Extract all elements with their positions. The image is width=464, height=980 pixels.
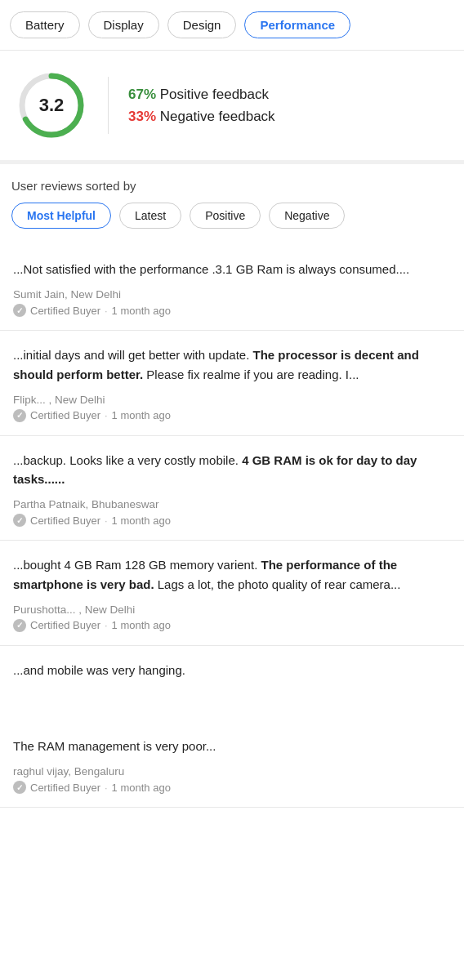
reviews-list: ...Not satisfied with the performance .3… (0, 245, 464, 808)
sort-pill-positive[interactable]: Positive (190, 203, 261, 229)
sort-label: User reviews sorted by (11, 179, 453, 193)
reviewer-meta: ✓Certified Buyer·1 month ago (13, 781, 451, 794)
rating-circle: 3.2 (15, 69, 88, 142)
sort-pills: Most HelpfulLatestPositiveNegative (11, 203, 453, 229)
certified-label: Certified Buyer (30, 305, 100, 317)
negative-feedback: 33% Negative feedback (128, 109, 275, 125)
reviewer-meta: ✓Certified Buyer·1 month ago (13, 304, 451, 317)
review-time: 1 month ago (112, 305, 171, 317)
certified-label: Certified Buyer (30, 409, 100, 421)
review-item: ...backup. Looks like a very costly mobi… (0, 436, 464, 541)
negative-pct: 33% (128, 109, 156, 124)
review-item: ...bought 4 GB Ram 128 GB memory varient… (0, 541, 464, 646)
sort-pill-negative[interactable]: Negative (269, 203, 345, 229)
certified-icon: ✓ (13, 781, 26, 794)
sort-section: User reviews sorted by Most HelpfulLates… (0, 164, 464, 237)
positive-label: Positive feedback (160, 87, 269, 102)
dot-separator: · (105, 619, 108, 631)
tab-battery[interactable]: Battery (10, 11, 80, 38)
certified-label: Certified Buyer (30, 619, 100, 631)
review-text: ...initial days and will get better with… (13, 345, 451, 384)
reviewer-name: Flipk... , New Delhi (13, 394, 451, 406)
reviewer-name: Partha Patnaik, Bhubaneswar (13, 498, 451, 510)
reviewer-meta: ✓Certified Buyer·1 month ago (13, 619, 451, 632)
review-time: 1 month ago (112, 409, 171, 421)
reviewer-meta: ✓Certified Buyer·1 month ago (13, 409, 451, 422)
positive-feedback: 67% Positive feedback (128, 87, 275, 103)
reviewer-name: raghul vijay, Bengaluru (13, 765, 451, 777)
reviewer-name: Sumit Jain, New Delhi (13, 288, 451, 301)
sort-pill-latest[interactable]: Latest (119, 203, 181, 229)
review-time: 1 month ago (112, 619, 171, 631)
review-item: ...initial days and will get better with… (0, 331, 464, 436)
certified-icon: ✓ (13, 619, 26, 632)
positive-pct: 67% (128, 87, 156, 102)
review-item: ...and mobile was very hanging.The RAM m… (0, 646, 464, 808)
review-text: ...backup. Looks like a very costly mobi… (13, 451, 451, 489)
review-item: ...Not satisfied with the performance .3… (0, 245, 464, 331)
dot-separator: · (105, 305, 108, 317)
vertical-divider (108, 77, 109, 134)
rating-score: 3.2 (39, 95, 65, 116)
tab-design[interactable]: Design (167, 11, 237, 38)
review-time: 1 month ago (112, 514, 171, 527)
certified-label: Certified Buyer (30, 514, 100, 527)
sort-pill-most-helpful[interactable]: Most Helpful (11, 203, 111, 229)
dot-separator: · (105, 514, 108, 527)
certified-icon: ✓ (13, 514, 26, 527)
reviewer-name: Purushotta... , New Delhi (13, 604, 451, 616)
certified-icon: ✓ (13, 304, 26, 317)
certified-icon: ✓ (13, 409, 26, 422)
tab-performance[interactable]: Performance (244, 11, 350, 38)
dot-separator: · (105, 782, 108, 794)
review-text: ...bought 4 GB Ram 128 GB memory varient… (13, 555, 451, 594)
dot-separator: · (105, 409, 108, 421)
review-time: 1 month ago (112, 782, 171, 794)
review-text: ...Not satisfied with the performance .3… (13, 260, 451, 278)
feedback-info: 67% Positive feedback 33% Negative feedb… (128, 87, 275, 125)
certified-label: Certified Buyer (30, 782, 100, 794)
reviewer-meta: ✓Certified Buyer·1 month ago (13, 514, 451, 527)
tab-bar: BatteryDisplayDesignPerformance (0, 0, 464, 51)
tab-display[interactable]: Display (88, 11, 159, 38)
negative-label: Negative feedback (160, 109, 275, 124)
review-text: ...and mobile was very hanging.The RAM m… (13, 661, 451, 755)
rating-section: 3.2 67% Positive feedback 33% Negative f… (0, 51, 464, 164)
